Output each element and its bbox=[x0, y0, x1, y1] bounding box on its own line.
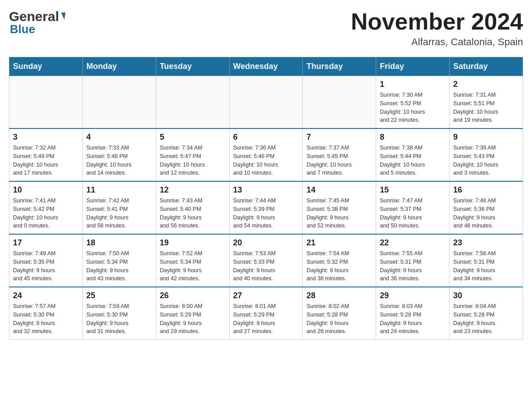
calendar-cell: 8Sunrise: 7:38 AM Sunset: 5:44 PM Daylig… bbox=[376, 128, 450, 181]
logo-general-text: General bbox=[9, 9, 59, 24]
day-info: Sunrise: 8:00 AM Sunset: 5:29 PM Dayligh… bbox=[160, 302, 226, 336]
day-info: Sunrise: 7:49 AM Sunset: 5:35 PM Dayligh… bbox=[13, 249, 79, 283]
calendar-cell: 4Sunrise: 7:33 AM Sunset: 5:48 PM Daylig… bbox=[82, 128, 156, 181]
day-number: 1 bbox=[380, 80, 446, 89]
day-number: 16 bbox=[453, 185, 519, 195]
calendar-cell: 2Sunrise: 7:31 AM Sunset: 5:51 PM Daylig… bbox=[450, 76, 523, 129]
day-number: 3 bbox=[13, 133, 79, 142]
calendar-cell: 22Sunrise: 7:55 AM Sunset: 5:31 PM Dayli… bbox=[376, 234, 450, 287]
day-number: 10 bbox=[13, 185, 79, 195]
week-row-2: 3Sunrise: 7:32 AM Sunset: 5:49 PM Daylig… bbox=[9, 128, 523, 181]
weekday-header-wednesday: Wednesday bbox=[229, 57, 303, 76]
calendar-cell: 18Sunrise: 7:50 AM Sunset: 5:34 PM Dayli… bbox=[82, 234, 156, 287]
calendar-cell: 20Sunrise: 7:53 AM Sunset: 5:33 PM Dayli… bbox=[229, 234, 303, 287]
day-info: Sunrise: 7:43 AM Sunset: 5:40 PM Dayligh… bbox=[160, 197, 226, 230]
calendar-cell: 3Sunrise: 7:32 AM Sunset: 5:49 PM Daylig… bbox=[9, 128, 83, 181]
weekday-header-friday: Friday bbox=[376, 57, 450, 76]
day-info: Sunrise: 8:01 AM Sunset: 5:29 PM Dayligh… bbox=[233, 302, 299, 336]
day-info: Sunrise: 7:30 AM Sunset: 5:52 PM Dayligh… bbox=[380, 91, 446, 124]
day-info: Sunrise: 7:39 AM Sunset: 5:43 PM Dayligh… bbox=[453, 144, 519, 177]
calendar-cell bbox=[9, 76, 83, 129]
calendar-cell: 14Sunrise: 7:45 AM Sunset: 5:38 PM Dayli… bbox=[303, 181, 376, 234]
day-info: Sunrise: 7:34 AM Sunset: 5:47 PM Dayligh… bbox=[160, 144, 226, 177]
calendar-cell: 11Sunrise: 7:42 AM Sunset: 5:41 PM Dayli… bbox=[82, 181, 156, 234]
calendar-cell: 12Sunrise: 7:43 AM Sunset: 5:40 PM Dayli… bbox=[156, 181, 229, 234]
page-header: General Blue November 2024 Alfarras, Cat… bbox=[9, 9, 523, 48]
day-info: Sunrise: 7:56 AM Sunset: 5:31 PM Dayligh… bbox=[453, 249, 519, 283]
calendar-cell bbox=[82, 76, 156, 129]
day-info: Sunrise: 7:42 AM Sunset: 5:41 PM Dayligh… bbox=[86, 197, 152, 230]
day-info: Sunrise: 7:57 AM Sunset: 5:30 PM Dayligh… bbox=[13, 302, 79, 336]
day-info: Sunrise: 7:55 AM Sunset: 5:31 PM Dayligh… bbox=[380, 249, 446, 283]
calendar-cell: 24Sunrise: 7:57 AM Sunset: 5:30 PM Dayli… bbox=[9, 287, 83, 340]
week-row-4: 17Sunrise: 7:49 AM Sunset: 5:35 PM Dayli… bbox=[9, 234, 523, 287]
calendar-cell: 21Sunrise: 7:54 AM Sunset: 5:32 PM Dayli… bbox=[303, 234, 376, 287]
day-info: Sunrise: 7:41 AM Sunset: 5:42 PM Dayligh… bbox=[13, 197, 79, 230]
day-number: 27 bbox=[233, 291, 299, 300]
day-number: 29 bbox=[380, 291, 446, 300]
calendar-cell: 17Sunrise: 7:49 AM Sunset: 5:35 PM Dayli… bbox=[9, 234, 83, 287]
calendar-cell: 25Sunrise: 7:59 AM Sunset: 5:30 PM Dayli… bbox=[82, 287, 156, 340]
day-number: 8 bbox=[380, 133, 446, 142]
calendar-cell bbox=[229, 76, 303, 129]
calendar-cell: 16Sunrise: 7:48 AM Sunset: 5:36 PM Dayli… bbox=[450, 181, 523, 234]
day-info: Sunrise: 7:48 AM Sunset: 5:36 PM Dayligh… bbox=[453, 197, 519, 230]
month-title: November 2024 bbox=[351, 9, 523, 34]
day-number: 15 bbox=[380, 185, 446, 195]
weekday-header-saturday: Saturday bbox=[450, 57, 523, 76]
calendar-cell: 13Sunrise: 7:44 AM Sunset: 5:39 PM Dayli… bbox=[229, 181, 303, 234]
weekday-header-tuesday: Tuesday bbox=[156, 57, 229, 76]
day-info: Sunrise: 7:53 AM Sunset: 5:33 PM Dayligh… bbox=[233, 249, 299, 283]
calendar-cell: 9Sunrise: 7:39 AM Sunset: 5:43 PM Daylig… bbox=[450, 128, 523, 181]
calendar-cell: 15Sunrise: 7:47 AM Sunset: 5:37 PM Dayli… bbox=[376, 181, 450, 234]
day-number: 4 bbox=[86, 133, 152, 142]
day-number: 25 bbox=[86, 291, 152, 300]
day-number: 7 bbox=[306, 133, 372, 142]
day-info: Sunrise: 7:37 AM Sunset: 5:45 PM Dayligh… bbox=[306, 144, 372, 177]
week-row-5: 24Sunrise: 7:57 AM Sunset: 5:30 PM Dayli… bbox=[9, 287, 523, 340]
weekday-header-sunday: Sunday bbox=[9, 57, 83, 76]
calendar-cell: 28Sunrise: 8:02 AM Sunset: 5:28 PM Dayli… bbox=[303, 287, 376, 340]
day-info: Sunrise: 7:38 AM Sunset: 5:44 PM Dayligh… bbox=[380, 144, 446, 177]
day-info: Sunrise: 7:54 AM Sunset: 5:32 PM Dayligh… bbox=[306, 249, 372, 283]
calendar-cell: 7Sunrise: 7:37 AM Sunset: 5:45 PM Daylig… bbox=[303, 128, 376, 181]
calendar-cell: 19Sunrise: 7:52 AM Sunset: 5:34 PM Dayli… bbox=[156, 234, 229, 287]
day-info: Sunrise: 8:04 AM Sunset: 5:28 PM Dayligh… bbox=[453, 302, 519, 336]
day-number: 26 bbox=[160, 291, 226, 300]
day-info: Sunrise: 7:36 AM Sunset: 5:46 PM Dayligh… bbox=[233, 144, 299, 177]
day-number: 9 bbox=[453, 133, 519, 142]
calendar-cell bbox=[303, 76, 376, 129]
day-info: Sunrise: 7:33 AM Sunset: 5:48 PM Dayligh… bbox=[86, 144, 152, 177]
logo-blue-text: Blue bbox=[10, 22, 35, 36]
week-row-3: 10Sunrise: 7:41 AM Sunset: 5:42 PM Dayli… bbox=[9, 181, 523, 234]
day-info: Sunrise: 7:50 AM Sunset: 5:34 PM Dayligh… bbox=[86, 249, 152, 283]
weekday-header-row: SundayMondayTuesdayWednesdayThursdayFrid… bbox=[9, 57, 523, 76]
day-number: 6 bbox=[233, 133, 299, 142]
location-text: Alfarras, Catalonia, Spain bbox=[351, 36, 523, 48]
day-number: 11 bbox=[86, 185, 152, 195]
calendar-cell: 6Sunrise: 7:36 AM Sunset: 5:46 PM Daylig… bbox=[229, 128, 303, 181]
calendar-cell bbox=[156, 76, 229, 129]
day-info: Sunrise: 8:02 AM Sunset: 5:28 PM Dayligh… bbox=[306, 302, 372, 336]
calendar-cell: 27Sunrise: 8:01 AM Sunset: 5:29 PM Dayli… bbox=[229, 287, 303, 340]
title-area: November 2024 Alfarras, Catalonia, Spain bbox=[351, 9, 523, 48]
day-info: Sunrise: 7:44 AM Sunset: 5:39 PM Dayligh… bbox=[233, 197, 299, 230]
day-number: 14 bbox=[306, 185, 372, 195]
calendar-cell: 30Sunrise: 8:04 AM Sunset: 5:28 PM Dayli… bbox=[450, 287, 523, 340]
weekday-header-monday: Monday bbox=[82, 57, 156, 76]
day-info: Sunrise: 7:52 AM Sunset: 5:34 PM Dayligh… bbox=[160, 249, 226, 283]
day-number: 30 bbox=[453, 291, 519, 300]
day-number: 2 bbox=[453, 80, 519, 89]
day-info: Sunrise: 7:31 AM Sunset: 5:51 PM Dayligh… bbox=[453, 91, 519, 124]
logo: General Blue bbox=[9, 9, 65, 36]
calendar-cell: 26Sunrise: 8:00 AM Sunset: 5:29 PM Dayli… bbox=[156, 287, 229, 340]
day-number: 18 bbox=[86, 238, 152, 248]
day-number: 28 bbox=[306, 291, 372, 300]
calendar-cell: 29Sunrise: 8:03 AM Sunset: 5:28 PM Dayli… bbox=[376, 287, 450, 340]
day-number: 24 bbox=[13, 291, 79, 300]
day-info: Sunrise: 7:32 AM Sunset: 5:49 PM Dayligh… bbox=[13, 144, 79, 177]
week-row-1: 1Sunrise: 7:30 AM Sunset: 5:52 PM Daylig… bbox=[9, 76, 523, 129]
day-info: Sunrise: 8:03 AM Sunset: 5:28 PM Dayligh… bbox=[380, 302, 446, 336]
day-number: 13 bbox=[233, 185, 299, 195]
calendar-cell: 10Sunrise: 7:41 AM Sunset: 5:42 PM Dayli… bbox=[9, 181, 83, 234]
